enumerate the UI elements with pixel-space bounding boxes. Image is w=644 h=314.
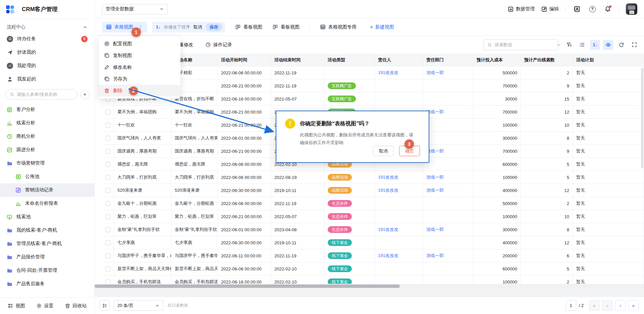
sidebar-search-input[interactable] <box>17 92 73 97</box>
next-page-button[interactable]: › <box>615 300 626 311</box>
sidebar-nav-11[interactable]: 产品报价管理 <box>0 250 94 264</box>
table-row-13: 七夕享惠七夕享惠2022-06-30 00:00:002019-10-11线下展… <box>102 236 644 249</box>
sidebar-footer-0[interactable]: 视图 <box>8 303 25 309</box>
fullscreen-button[interactable] <box>629 40 639 50</box>
department-link[interactable]: 游戏一部 <box>426 253 444 259</box>
edit-button[interactable]: 编辑 <box>541 6 559 12</box>
cell-type: 互联网广告 <box>324 92 375 105</box>
department-link[interactable]: 游戏一部 <box>426 227 444 233</box>
sidebar-nav-4[interactable]: 市场营销管理 <box>0 156 94 170</box>
row-checkbox[interactable] <box>105 149 110 154</box>
dialog-cancel-button[interactable]: 取消 <box>373 146 394 156</box>
total-pages-text: / 2 <box>579 303 584 308</box>
vertical-scrollbar[interactable] <box>641 68 643 168</box>
data-table: 活动名称活动名称活动开始时间活动结束时间活动类型责任人责任部门预计投入成本预计产… <box>102 54 644 289</box>
column-header-9: 预计产出线索数 <box>521 54 573 66</box>
operation-log-button[interactable]: 操作记录 <box>205 42 232 48</box>
owner-link[interactable]: 191改改改 <box>378 174 398 180</box>
sidebar-nav-7[interactable]: 未命名分析报表 <box>0 197 94 210</box>
menu-item-删除[interactable]: 删除2 <box>99 85 180 97</box>
first-page-button[interactable]: « <box>589 300 599 311</box>
page-number-input[interactable]: 1 <box>566 300 576 311</box>
sidebar-nav-6[interactable]: 营销活动记录 <box>0 183 94 197</box>
refresh-button[interactable] <box>616 40 626 50</box>
table-search-input[interactable] <box>495 42 554 47</box>
department-link[interactable]: 游戏一部 <box>426 174 444 180</box>
tab-1[interactable]: 看板视图 <box>272 24 300 30</box>
cell-leads: 12 <box>521 236 573 249</box>
last-page-button[interactable]: » <box>628 300 639 311</box>
sidebar-search-box[interactable] <box>5 89 77 100</box>
filter-button[interactable] <box>564 40 574 50</box>
sidebar-nav-5[interactable]: 公海池 <box>0 170 94 183</box>
notifications-button[interactable] <box>603 5 612 13</box>
user-avatar[interactable] <box>626 3 637 15</box>
new-view-button[interactable]: + 新建视图 <box>370 24 394 30</box>
sidebar-footer-2[interactable]: 回收站 <box>65 303 87 309</box>
row-checkbox[interactable] <box>105 201 110 206</box>
owner-link[interactable]: 191改改改 <box>378 70 398 76</box>
divider <box>566 6 566 12</box>
department-link[interactable]: 游戏一部 <box>426 70 444 76</box>
table-search-box[interactable] <box>484 39 558 50</box>
sidebar-nav-8[interactable]: 线索池 <box>0 210 94 224</box>
column-header-8: 预计投入成本 <box>473 54 521 66</box>
row-checkbox[interactable] <box>105 188 110 193</box>
row-height-button[interactable] <box>99 300 110 311</box>
menu-item-另存为[interactable]: 另存为 <box>99 73 180 85</box>
sidebar-item-3[interactable]: 我发起的 <box>0 72 94 86</box>
row-checkbox[interactable] <box>105 266 110 271</box>
sidebar-item-2[interactable]: 我处理的 <box>0 59 94 72</box>
horizontal-scrollbar[interactable] <box>95 285 400 288</box>
views-icon <box>8 303 13 309</box>
sort-button[interactable]: 1↓ <box>590 40 600 50</box>
sidebar-nav-1[interactable]: 线索分析 <box>0 116 94 130</box>
sidebar-nav-9[interactable]: 我的线索-客户-商机 <box>0 224 94 237</box>
data-scope-select[interactable]: 管理全部数据 <box>102 4 168 14</box>
owner-link[interactable]: 191改改改 <box>378 227 398 233</box>
sidebar-nav-3[interactable]: 跟进分析 <box>0 143 94 156</box>
row-checkbox[interactable] <box>105 214 110 219</box>
add-form-button[interactable]: + <box>80 90 90 99</box>
visibility-button[interactable] <box>603 40 613 50</box>
cell-name-2: 国庆气球向，人人有奖 <box>171 132 218 144</box>
field-config-button[interactable] <box>577 40 587 50</box>
row-checkbox[interactable] <box>105 110 110 115</box>
row-checkbox[interactable] <box>105 123 110 128</box>
row-checkbox[interactable] <box>105 162 110 167</box>
contacts-book-button[interactable] <box>573 5 581 13</box>
row-checkbox[interactable] <box>105 227 110 232</box>
sidebar-item-1[interactable]: 抄送我的 <box>0 46 94 59</box>
sidebar-nav-0[interactable]: 客户分析 <box>0 103 94 116</box>
sort-save-button[interactable]: 保存 <box>206 23 222 31</box>
sidebar-section-process[interactable]: 流程中心 <box>0 19 94 32</box>
tab-0[interactable]: 看板视图 <box>235 24 262 30</box>
help-button[interactable]: ? <box>588 5 597 13</box>
sidebar-item-0[interactable]: 待办任务6 <box>0 32 94 46</box>
owner-link[interactable]: 191改改改 <box>378 187 398 193</box>
row-checkbox[interactable] <box>105 175 110 180</box>
row-checkbox[interactable] <box>105 240 110 245</box>
menu-item-复制视图[interactable]: 复制视图 <box>99 50 180 61</box>
sidebar-nav-13[interactable]: 产品售后服务 <box>0 277 94 291</box>
data-manage-button[interactable]: 数据管理 <box>508 6 535 12</box>
view-context-menu: 配置视图复制视图修改名称另存为删除2 <box>99 36 180 99</box>
row-checkbox[interactable] <box>105 136 110 141</box>
sort-cancel-button[interactable]: 取消 <box>194 24 202 30</box>
prev-page-button[interactable]: ‹ <box>602 300 612 311</box>
sidebar-nav-12[interactable]: 合同-回款-开票管理 <box>0 264 94 277</box>
page-size-select[interactable]: 20 条/页 <box>114 300 163 311</box>
sidebar-footer-1[interactable]: 设置 <box>36 303 54 309</box>
row-checkbox[interactable] <box>105 253 110 258</box>
cell-end-time: 2022-08-19 <box>271 171 324 184</box>
department-link[interactable]: 游戏一部 <box>426 187 444 193</box>
owner-link[interactable]: 191改改改 <box>378 253 398 259</box>
menu-item-修改名称[interactable]: 修改名称 <box>99 61 180 73</box>
menu-item-配置视图[interactable]: 配置视图 <box>99 38 180 50</box>
sidebar-nav-2[interactable]: 商机分析 <box>0 130 94 143</box>
sidebar-nav-10[interactable]: 管理员线索-客户-商机 <box>0 237 94 250</box>
table-row-11: 聚力，钜惠，巨划算聚力，钜惠，巨划算2022-06-21 00:00:00202… <box>102 210 644 223</box>
cell-checkbox <box>102 236 114 249</box>
table-row-12: 金秋"豪"礼拿到你手软金秋"豪"礼拿到你手软2022-06-01 00:00:0… <box>102 223 644 236</box>
tab-2[interactable]: 表格视图专用 <box>320 24 357 30</box>
